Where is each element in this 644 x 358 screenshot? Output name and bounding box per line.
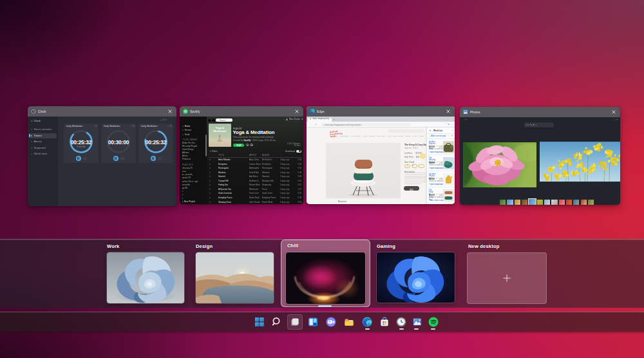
svg-text:Meditation: Meditation	[213, 129, 227, 132]
